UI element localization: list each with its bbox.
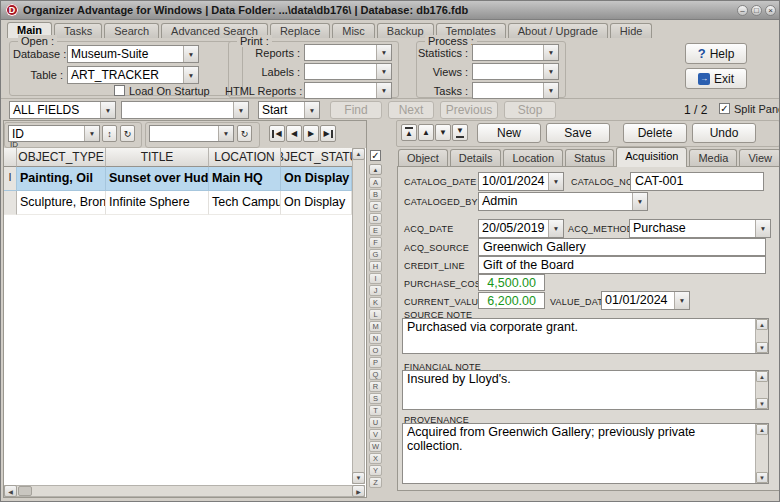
catalog-no-field[interactable]: CAT-001 [630, 172, 764, 191]
chevron-down-icon[interactable]: ▼ [674, 292, 689, 309]
purchase-cost-field[interactable]: 4,500.00 [478, 274, 545, 291]
chevron-down-icon[interactable]: ▼ [304, 102, 319, 118]
html-reports-select[interactable]: ▼ [304, 82, 392, 99]
scroll-right-icon[interactable]: ▶ [352, 485, 365, 497]
cataloged-by-field[interactable]: Admin ▼ [478, 192, 648, 211]
close-icon[interactable]: × [765, 5, 776, 16]
table-select[interactable]: ART_TRACKER ▼ [67, 66, 199, 84]
source-note-scrollbar[interactable]: ▲ ▼ [755, 319, 768, 353]
alphabet-letter-button[interactable]: T [369, 405, 382, 416]
cell-object-status[interactable]: On Display [281, 167, 352, 191]
first-record-button[interactable]: ◀ [269, 125, 285, 142]
chevron-down-icon[interactable]: ▼ [543, 45, 558, 60]
chevron-down-icon[interactable]: ▼ [376, 64, 391, 79]
alphabet-filter-checkbox[interactable]: ✓ [370, 150, 381, 161]
previous-record-button[interactable]: ◀ [286, 125, 302, 142]
alphabet-letter-button[interactable]: K [369, 297, 382, 308]
cell-object-type[interactable]: Painting, Oil [17, 167, 106, 191]
maximize-icon[interactable]: □ [751, 5, 762, 16]
grid-header-object-type[interactable]: OBJECT_TYPE [17, 148, 106, 167]
tab-details[interactable]: Details [450, 149, 502, 167]
grid-header-location[interactable]: LOCATION [209, 148, 281, 167]
cell-title[interactable]: Sunset over Hudson [106, 167, 209, 191]
scroll-up-icon[interactable]: ▲ [756, 319, 768, 330]
alphabet-letter-button[interactable]: S [369, 393, 382, 404]
sort-field-select[interactable]: ID ▼ [8, 125, 100, 142]
sort-refresh-button[interactable]: ↻ [120, 125, 135, 142]
alphabet-letter-button[interactable]: P [369, 357, 382, 368]
delete-button[interactable]: Delete [623, 123, 687, 143]
chevron-down-icon[interactable]: ▼ [233, 102, 248, 118]
alphabet-letter-button[interactable]: U [369, 417, 382, 428]
tasks-select[interactable]: ▼ [472, 82, 559, 99]
credit-line-field[interactable]: Gift of the Board [478, 256, 766, 274]
catalog-date-field[interactable]: 10/01/2024 ▼ [478, 172, 564, 191]
tab-replace[interactable]: Replace [270, 23, 330, 38]
alphabet-letter-button[interactable]: F [369, 237, 382, 248]
previous-record-button[interactable]: ▲ [418, 124, 434, 141]
last-record-button[interactable]: ▼ [452, 124, 468, 141]
alphabet-letter-button[interactable]: X [369, 453, 382, 464]
filter-refresh-button[interactable]: ↻ [237, 125, 252, 142]
tab-about-upgrade[interactable]: About / Upgrade [508, 23, 608, 38]
scroll-up-icon[interactable]: ▲ [756, 424, 768, 435]
chevron-down-icon[interactable]: ▼ [755, 220, 770, 237]
alphabet-letter-button[interactable]: Z [369, 477, 382, 488]
statistics-select[interactable]: ▼ [472, 44, 559, 61]
search-field-select[interactable]: ALL FIELDS ▼ [9, 101, 116, 119]
undo-button[interactable]: Undo [692, 123, 756, 143]
chevron-down-icon[interactable]: ▼ [376, 83, 391, 98]
alphabet-letter-button[interactable]: H [369, 261, 382, 272]
first-record-button[interactable]: ▲ [401, 124, 417, 141]
views-select[interactable]: ▼ [472, 63, 559, 80]
scroll-down-icon[interactable]: ▼ [756, 342, 768, 353]
current-value-field[interactable]: 6,200.00 [478, 292, 545, 309]
tab-tasks[interactable]: Tasks [54, 23, 102, 38]
search-input[interactable]: ▼ [121, 101, 249, 119]
alphabet-letter-button[interactable]: E [369, 225, 382, 236]
tab-hide[interactable]: Hide [610, 23, 653, 38]
help-button[interactable]: ? Help [685, 43, 747, 64]
last-record-button[interactable]: ▶ [320, 125, 336, 142]
alphabet-letter-button[interactable]: J [369, 285, 382, 296]
alphabet-letter-button[interactable]: Y [369, 465, 382, 476]
chevron-down-icon[interactable]: ▼ [84, 126, 99, 141]
cell-location[interactable]: Tech Campus [209, 191, 281, 215]
minimize-icon[interactable]: – [737, 5, 748, 16]
alphabet-letter-button[interactable]: O [369, 345, 382, 356]
chevron-down-icon[interactable]: ▼ [183, 67, 198, 83]
alphabet-letter-button[interactable]: R [369, 381, 382, 392]
tab-misc[interactable]: Misc [332, 23, 375, 38]
alphabet-letter-button[interactable]: D [369, 213, 382, 224]
financial-note-scrollbar[interactable]: ▲ ▼ [755, 371, 768, 409]
source-note-field[interactable]: Purchased via corporate grant. ▲ ▼ [402, 318, 769, 354]
acq-date-field[interactable]: 20/05/2019 ▼ [478, 219, 564, 238]
cell-object-status[interactable]: On Display [281, 191, 352, 215]
tab-view[interactable]: View [739, 149, 780, 167]
alphabet-letter-button[interactable]: G [369, 249, 382, 260]
tab-location[interactable]: Location [503, 149, 563, 167]
save-button[interactable]: Save [546, 123, 610, 143]
chevron-down-icon[interactable]: ▼ [100, 102, 115, 118]
split-panels-checkbox[interactable]: ✓ [719, 103, 730, 114]
scroll-up-icon[interactable]: ▲ [352, 148, 365, 160]
table-row[interactable]: I Painting, Oil Sunset over Hudson Main … [4, 167, 352, 191]
chevron-down-icon[interactable]: ▼ [183, 46, 198, 62]
acq-source-field[interactable]: Greenwich Gallery [478, 238, 766, 256]
alphabet-letter-button[interactable]: M [369, 321, 382, 332]
grid-vertical-scrollbar[interactable] [352, 148, 365, 484]
tab-acquisition[interactable]: Acquisition [616, 147, 687, 167]
cell-object-type[interactable]: Sculpture, Bronze [17, 191, 106, 215]
chevron-down-icon[interactable]: ▼ [548, 173, 563, 190]
chevron-down-icon[interactable]: ▼ [218, 126, 233, 141]
tab-media[interactable]: Media [689, 149, 737, 167]
cell-location[interactable]: Main HQ [209, 167, 281, 191]
stop-button[interactable]: Stop [504, 101, 556, 119]
previous-button[interactable]: Previous [440, 101, 498, 119]
tab-search[interactable]: Search [104, 23, 159, 38]
next-record-button[interactable]: ▼ [435, 124, 451, 141]
alphabet-letter-button[interactable]: W [369, 441, 382, 452]
alphabet-letter-button[interactable]: N [369, 333, 382, 344]
chevron-down-icon[interactable]: ▼ [543, 64, 558, 79]
load-on-startup-checkbox[interactable] [114, 85, 125, 96]
